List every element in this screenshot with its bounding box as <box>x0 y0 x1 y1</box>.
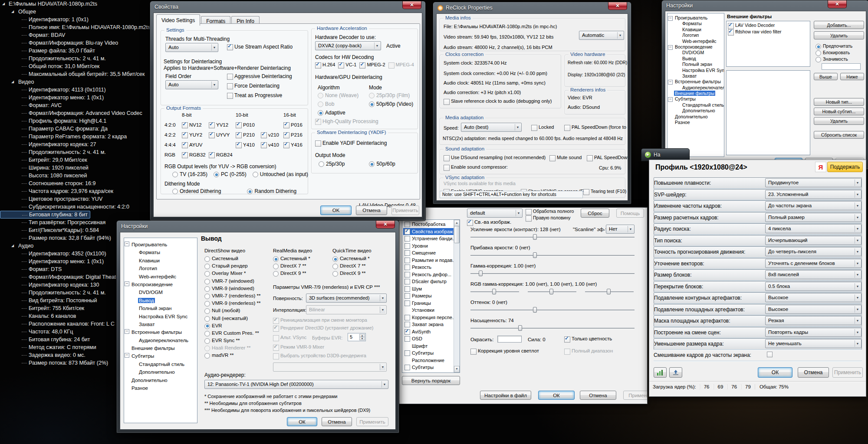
mediainfo-tree-item[interactable]: Ширина: 1920 пикселей <box>0 164 151 172</box>
alt-vsync-checkbox[interactable]: Альт. VSync <box>273 335 306 340</box>
slave-clock-checkbox[interactable]: Slave reference clock to audio (debuggin… <box>444 98 552 104</box>
profile-row-select[interactable]: 4 пиксела▼ <box>765 224 861 233</box>
profile-row-select[interactable]: Исчерпывающий▼ <box>765 236 861 245</box>
format-checkbox[interactable]: 8-bit <box>182 112 209 118</box>
slider-thumb[interactable] <box>533 234 537 240</box>
evr-buffers-spinner[interactable]: 5▲▼ <box>348 333 366 341</box>
merit-radio[interactable]: Предпочитать <box>815 43 852 49</box>
options-tree-item[interactable]: Разное <box>667 120 724 125</box>
format-checkbox[interactable]: NV12 <box>182 122 209 127</box>
support-button[interactable]: Поддержать <box>827 162 863 172</box>
chart-button[interactable] <box>654 367 667 378</box>
saturation-slider[interactable] <box>470 325 635 332</box>
renderer-radio[interactable]: VMR-7 (windowed) <box>204 278 260 286</box>
slider-thumb[interactable] <box>518 325 522 331</box>
mediainfo-tree-item[interactable]: Формат/Информация: Blu-ray Video <box>0 39 151 47</box>
options-tree-item[interactable]: Web-интерфейс <box>667 39 724 44</box>
mediainfo-tree-item[interactable]: Битовая глубина: 8 бит <box>0 211 90 219</box>
format-checkbox[interactable]: P016 <box>283 122 304 127</box>
options-tree-item[interactable]: Дополнительно <box>124 368 197 376</box>
filter-tree-item[interactable]: Резкость дефор... <box>403 271 454 278</box>
filter-tree-item[interactable]: Коррекция перспе... <box>403 314 454 321</box>
filter-tree-item[interactable]: Постобработка <box>403 221 454 228</box>
spin-down-icon[interactable]: ▼ <box>359 337 365 340</box>
mediainfo-tree-item[interactable]: Битрейт: 29,0 Мбит/сек <box>0 156 151 164</box>
mode-radio[interactable]: 50p/60p (Video) <box>369 101 413 107</box>
brightness-slider[interactable] <box>470 252 635 259</box>
options-tree-item[interactable]: DVD/OGM <box>667 50 724 56</box>
filter-tree-item[interactable]: Субтитры <box>403 364 454 371</box>
profile-row-select[interactable]: Не уменьшать▼ <box>765 339 861 348</box>
mediainfo-tree-item[interactable]: Максимальный общий битрейт: 35,5 Мбит/се… <box>0 70 151 78</box>
options-tree-item[interactable]: Настройка EVR Sync <box>667 68 724 73</box>
algorithm-radio[interactable]: None (Weave) <box>318 92 358 98</box>
pal-speeddown-checkbox[interactable]: PAL SpeedDown (force to 24fps) <box>564 124 628 130</box>
profile-row-select[interactable]: Резкая▼ <box>765 316 861 325</box>
d3d9-device-select[interactable]: ▼ <box>273 362 387 372</box>
cancel-button[interactable]: Отмена <box>580 391 616 400</box>
reclock-titlebar[interactable]: ReClock Properties <box>433 2 631 13</box>
filter-tree-item[interactable]: Шум <box>403 285 454 293</box>
mediainfo-tree-item[interactable]: Полное имя: E:\Фильмы HD\AVATAR-1080p.m2… <box>0 23 151 31</box>
d3d9-device-checkbox[interactable]: Выбрать устройство D3D9-рендеринга <box>273 353 366 358</box>
profile-row-select[interactable]: До четверть-пикселя▼ <box>765 247 861 256</box>
format-checkbox[interactable]: YV12 <box>209 122 236 127</box>
options-tree-item[interactable]: Дополнительно <box>667 114 724 120</box>
options-tree-item[interactable]: Аудиопереключатель <box>124 336 197 344</box>
options-tree-item[interactable]: Клавиши <box>667 27 724 33</box>
profile-row-select[interactable]: До частоты экрана▼ <box>765 201 861 210</box>
options-tree-item[interactable]: Проигрыватель <box>667 15 724 21</box>
format-checkbox[interactable]: v210 <box>261 132 283 137</box>
mediainfo-tree-item[interactable]: Размер файла: 35,0 Гбайт <box>0 47 151 55</box>
renderer-radio[interactable]: Старый рендер <box>204 263 260 271</box>
ok-button[interactable]: OK <box>320 206 352 215</box>
slider-thumb[interactable] <box>492 289 496 294</box>
renderer-radio[interactable]: DirectX 9 ** <box>332 271 370 278</box>
lav-titlebar[interactable]: Свойства <box>150 1 425 13</box>
profile-row-select[interactable]: Полный размер▼ <box>765 213 861 222</box>
reset-button[interactable]: Сброс <box>581 209 609 218</box>
options-tree-item[interactable]: Форматы <box>124 248 197 256</box>
renderer-radio[interactable]: Системный * <box>273 256 310 263</box>
rgb-level-radio[interactable]: TV (16-235) <box>172 171 207 177</box>
audio-renderer-select[interactable]: 12: Panasonic-TV-1 (NVIDIA High Def (002… <box>204 380 388 389</box>
profile-row-select[interactable]: Высокое▼ <box>765 305 861 314</box>
filter-tree-item[interactable]: Границы <box>403 300 454 307</box>
remove-filter-button[interactable]: Удалить <box>814 31 864 39</box>
options-tree-item[interactable]: Внешние фильтры <box>667 91 724 96</box>
cancel-button[interactable]: Отмена <box>798 367 829 378</box>
profile-row-select[interactable]: Уточнять с делением блоков▼ <box>765 259 861 268</box>
mediainfo-tree-item[interactable]: Продолжительность: 2 ч. 41 м. <box>0 55 151 62</box>
preset-select[interactable]: default▼ <box>467 209 523 218</box>
options-tree-item[interactable]: Аудиопереключатель <box>667 85 724 91</box>
mediainfo-tree-item[interactable]: Формат: AVC <box>0 101 151 109</box>
contrast-slider[interactable] <box>470 234 635 241</box>
ok-button[interactable]: ОК <box>287 417 317 426</box>
hw-decoder-select[interactable]: DXVA2 (copy-back)▼ <box>315 41 381 50</box>
colorize-swatch[interactable] <box>497 336 522 343</box>
move-down-button[interactable]: Ниже <box>840 73 864 80</box>
mode-radio[interactable]: 25p/30p (Film) <box>369 92 413 98</box>
move-up-button[interactable]: Выше <box>814 73 838 80</box>
options-tree-item[interactable]: Субтитры <box>124 352 197 360</box>
options-tree-item[interactable]: Полный экран <box>124 304 197 312</box>
codec-checkbox[interactable]: VC-1 <box>338 62 356 67</box>
filters-scrollbar[interactable] <box>454 220 460 372</box>
mediainfo-tree-item[interactable]: Формат: BDAV <box>0 31 151 39</box>
mediainfo-tree-item[interactable]: Высота: 1080 пикселей <box>0 172 151 180</box>
format-checkbox[interactable]: P210 <box>236 132 261 137</box>
codec-checkbox[interactable]: MPEG-4 <box>388 62 414 67</box>
mediainfo-tree-item[interactable]: Общий поток: 31,0 Мбит/сек <box>0 62 151 70</box>
media-mode-select[interactable]: Automatic▼ <box>579 31 624 40</box>
treat-progressive-checkbox[interactable]: Treat as Progressive <box>227 92 282 98</box>
options-tree-item[interactable]: Проигрыватель <box>124 241 197 248</box>
ok-button[interactable]: ОК <box>758 367 792 378</box>
filter-tree-item[interactable]: AviSynth <box>403 328 454 336</box>
renderer-radio[interactable]: Системный * <box>332 256 370 263</box>
mpc-output-titlebar[interactable]: Настройки <box>117 221 399 232</box>
mediainfo-tree-item[interactable]: Идентификатор: 4113 (0x1011) <box>0 86 151 94</box>
options-tree-item[interactable]: Клавиши <box>124 257 197 264</box>
chroma-only-checkbox[interactable]: Только цветность <box>564 336 612 341</box>
hue-slider[interactable] <box>470 307 635 313</box>
mediainfo-tree-item[interactable]: Профиль формата: High@L4.1 <box>0 117 151 125</box>
